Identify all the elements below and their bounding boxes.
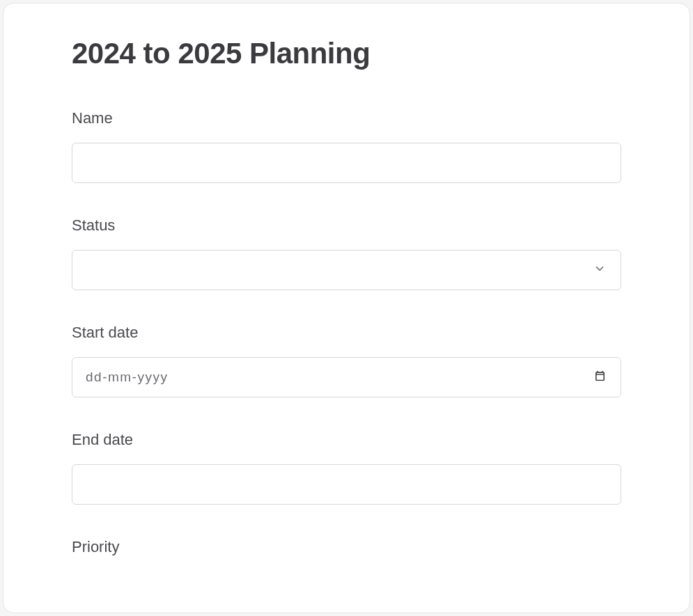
start-date-display[interactable] <box>72 357 621 397</box>
status-select-wrap <box>72 250 621 290</box>
end-date-input[interactable] <box>72 464 621 505</box>
form-card: 2024 to 2025 Planning Name Status Start … <box>3 3 690 613</box>
end-date-label: End date <box>72 431 621 449</box>
start-date-wrap: dd-mm-yyyy <box>72 357 621 397</box>
start-date-label: Start date <box>72 324 621 342</box>
status-label: Status <box>72 216 621 235</box>
page-title: 2024 to 2025 Planning <box>72 37 621 70</box>
name-input[interactable] <box>72 143 621 183</box>
field-start-date: Start date dd-mm-yyyy <box>72 324 621 397</box>
field-name: Name <box>72 109 621 183</box>
status-select[interactable] <box>72 250 621 290</box>
field-priority: Priority <box>72 538 621 556</box>
field-end-date: End date <box>72 431 621 505</box>
name-label: Name <box>72 109 621 127</box>
priority-label: Priority <box>72 538 621 556</box>
field-status: Status <box>72 216 621 290</box>
